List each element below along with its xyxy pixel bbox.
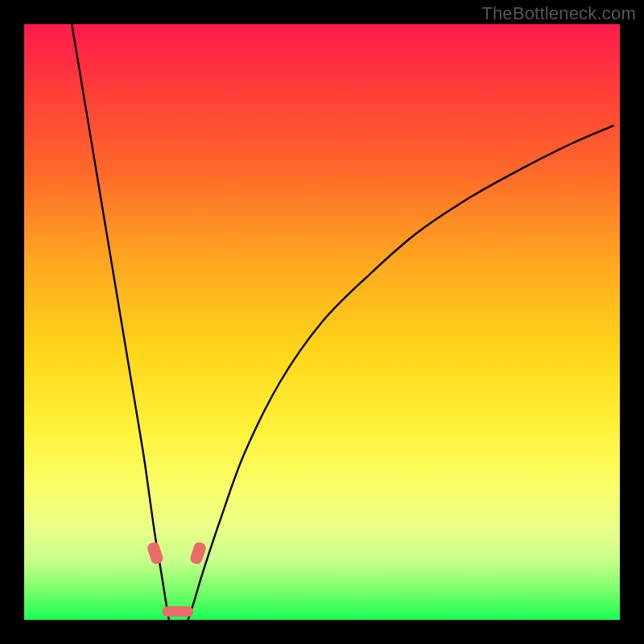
- valley-floor-marker: [163, 607, 193, 617]
- plot-svg: [24, 24, 620, 620]
- chart-frame: TheBottleneck.com: [0, 0, 644, 644]
- watermark-text: TheBottleneck.com: [481, 3, 636, 24]
- valley-left-marker: [147, 542, 163, 565]
- curve-right-branch: [188, 126, 614, 620]
- curve-left-branch: [72, 24, 169, 620]
- plot-area: [24, 24, 620, 620]
- valley-markers: [147, 542, 207, 617]
- valley-right-marker: [189, 542, 206, 565]
